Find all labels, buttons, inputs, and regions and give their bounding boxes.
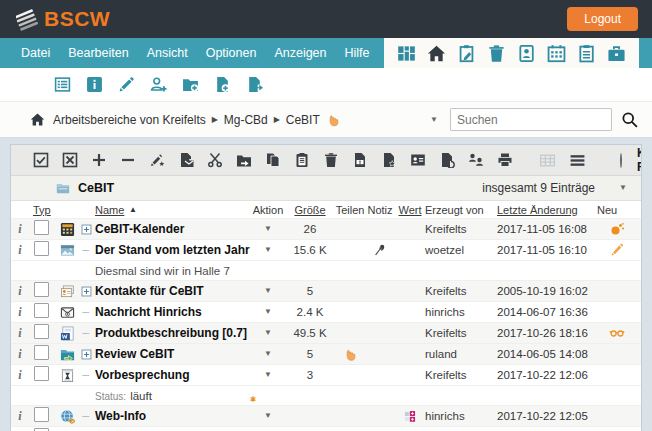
row-checkbox[interactable] [34,241,49,260]
folder-name[interactable]: CeBIT [78,181,114,195]
calendar-object-icon[interactable] [60,222,75,237]
collapse-icon[interactable] [120,152,136,168]
breadcrumb-cebit[interactable]: CeBIT [286,113,320,127]
column-wert[interactable]: Wert [398,204,421,216]
row-checkbox[interactable] [34,345,49,364]
tasks-icon[interactable] [577,44,596,63]
info-icon[interactable] [86,76,103,93]
rating-icon[interactable] [403,409,417,424]
object-name-link[interactable]: Der Stand vom letzten Jahr [95,243,251,257]
action-menu-caret-icon[interactable]: ▼ [262,349,274,359]
row-info-icon[interactable]: i [15,368,25,382]
action-menu-caret-icon[interactable]: ▼ [262,286,274,296]
object-name-link[interactable]: Nachricht Hinrichs [95,305,251,319]
row-info-icon[interactable]: i [15,326,25,340]
menu-bearbeiten[interactable]: Bearbeiten [59,38,137,68]
home-icon[interactable] [30,112,45,127]
column-letzte-aenderung[interactable]: Letzte Änderung [497,204,593,216]
breadcrumb-mg-cbd[interactable]: Mg-CBd [224,113,268,127]
address-book-icon[interactable] [517,44,536,63]
object-name-link[interactable]: Web-Info [95,409,251,423]
breadcrumb-workspaces[interactable]: Arbeitsbereiche von Kreifelts [53,113,206,127]
menu-ansicht[interactable]: Ansicht [138,38,197,68]
shared-folder-object-icon[interactable] [60,347,75,362]
appointment-object-icon[interactable] [60,368,75,383]
expander-icon[interactable] [81,349,92,360]
edit-star-icon[interactable] [149,152,165,168]
row-info-icon[interactable]: i [15,305,25,319]
modified-icon[interactable] [609,242,625,258]
select-all-icon[interactable] [33,152,49,168]
row-checkbox[interactable] [34,407,49,426]
object-name-link[interactable]: Review CeBIT [95,347,251,361]
address-icon[interactable] [410,152,426,168]
read-icon[interactable] [609,325,625,341]
deselect-all-icon[interactable] [62,152,78,168]
column-typ[interactable]: Typ [29,204,81,216]
link-icon[interactable] [236,152,252,168]
row-checkbox[interactable] [34,220,49,239]
action-menu-caret-icon[interactable]: ▼ [262,245,274,255]
email-object-icon[interactable] [60,305,75,320]
rate-icon[interactable] [381,152,397,168]
menu-optionen[interactable]: Optionen [197,38,266,68]
row-checkbox[interactable] [34,282,49,301]
add-member-icon[interactable] [150,76,167,93]
archive-icon[interactable] [352,152,368,168]
row-checkbox[interactable] [34,428,49,431]
column-groesse[interactable]: Größe [294,204,325,216]
calendar-icon[interactable] [547,44,566,63]
document-object-icon[interactable] [60,326,75,341]
convert-icon[interactable] [439,152,455,168]
home-icon[interactable] [427,44,446,63]
expand-icon[interactable] [91,152,107,168]
community-icon[interactable] [468,152,484,168]
apps-grid-icon[interactable] [397,44,416,63]
url-object-icon[interactable] [60,409,75,424]
action-menu-caret-icon[interactable]: ▼ [262,307,274,317]
row-info-icon[interactable]: i [15,284,25,298]
delete-icon[interactable] [323,152,339,168]
object-name-link[interactable]: Vorbesprechung [95,368,251,382]
table-view-icon[interactable] [539,152,556,169]
filter-radio[interactable] [620,153,622,168]
bscw-logo[interactable]: BSCW [16,7,110,31]
action-menu-caret-icon[interactable]: ▼ [262,328,274,338]
row-info-icon[interactable]: i [15,222,25,236]
object-name-link[interactable]: Kontakte für CeBIT [95,284,251,298]
column-name[interactable]: Name [95,204,124,216]
cut-icon[interactable] [207,152,223,168]
contacts-object-icon[interactable] [60,284,75,299]
copy-icon[interactable] [265,152,281,168]
paste-icon[interactable] [294,152,310,168]
action-menu-caret-icon[interactable]: ▼ [262,224,274,234]
notes-icon[interactable] [457,44,476,63]
menu-hilfe[interactable]: Hilfe [336,38,379,68]
action-menu-caret-icon[interactable]: ▼ [262,370,274,380]
object-name-link[interactable]: Produktbeschreibung [0.7] [95,326,251,340]
trash-icon[interactable] [487,44,506,63]
expander-icon[interactable] [81,224,92,235]
row-checkbox[interactable] [34,324,49,343]
add-folder-icon[interactable] [182,76,199,93]
folder-menu-caret-icon[interactable]: ▼ [617,183,629,193]
new-event-icon[interactable] [609,221,625,237]
action-menu-caret-icon[interactable]: ▼ [262,411,274,421]
row-checkbox[interactable] [34,366,49,385]
print-icon[interactable] [497,152,513,168]
logout-button[interactable]: Logout [567,7,638,31]
upload-icon[interactable] [246,76,263,93]
menu-datei[interactable]: Datei [12,38,59,68]
edit-icon[interactable] [118,76,135,93]
image-object-icon[interactable] [60,243,75,258]
search-input[interactable] [450,108,612,131]
row-checkbox[interactable] [34,303,49,322]
menu-anzeigen[interactable]: Anzeigen [265,38,335,68]
search-icon[interactable] [621,111,638,128]
search-scope-caret-icon[interactable]: ▼ [428,115,440,125]
details-icon[interactable] [54,76,71,93]
row-info-icon[interactable]: i [15,243,25,257]
shared-hand-icon[interactable] [343,346,358,362]
briefcase-icon[interactable] [607,44,626,63]
row-info-icon[interactable]: i [15,409,25,423]
